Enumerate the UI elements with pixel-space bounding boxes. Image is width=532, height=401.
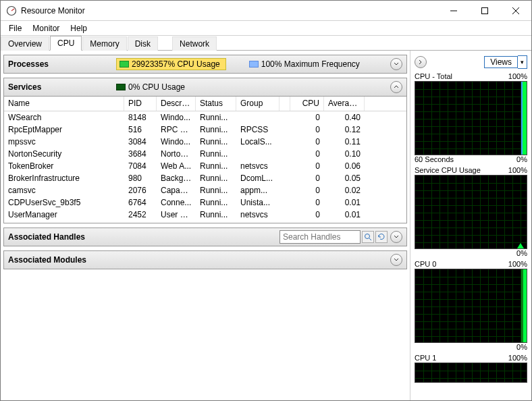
cell-average: 0.11 (324, 137, 365, 146)
max-frequency-stat: 100% Maximum Frequency (249, 59, 360, 69)
graph-top-label: 100% (508, 166, 527, 174)
cell-cpu: 0 (290, 161, 324, 171)
modules-expand-button[interactable] (390, 254, 402, 266)
maximize-button[interactable] (469, 1, 500, 21)
graph-title: CPU 0 (415, 260, 436, 268)
refresh-button[interactable] (375, 231, 388, 243)
app-icon (6, 5, 17, 16)
menu-help[interactable]: Help (65, 22, 92, 34)
titlebar: Resource Monitor (1, 1, 531, 21)
services-table: Name PID Descrip... Status Group CPU Ave… (3, 97, 407, 223)
search-icon (364, 233, 372, 241)
cell-pid: 3084 (124, 137, 157, 146)
search-handles-input[interactable] (280, 230, 361, 244)
right-pane-collapse-button[interactable] (415, 56, 427, 68)
tab-overview[interactable]: Overview (1, 36, 49, 51)
cell-average: 0.05 (324, 173, 365, 183)
table-row[interactable]: CDPUserSvc_9b3f56764Conne...Runni...Unis… (4, 196, 406, 209)
table-row[interactable]: TokenBroker7084Web A...Runni...netsvcs00… (4, 160, 406, 172)
cell-group: appm... (236, 186, 280, 195)
cell-description: Windo... (157, 137, 196, 146)
cell-name: camsvc (4, 186, 124, 195)
col-pid[interactable]: PID (124, 97, 157, 111)
processes-expand-button[interactable] (390, 58, 402, 70)
graph-title: Service CPU Usage (415, 166, 481, 174)
menubar: File Monitor Help (1, 21, 531, 36)
cell-name: BrokerInfrastructure (4, 173, 124, 183)
minimize-button[interactable] (438, 1, 469, 21)
processes-panel-header[interactable]: Processes 29923357% CPU Usage 100% Maxim… (3, 55, 407, 74)
graph-block: CPU - Total100%60 Seconds0% (415, 72, 527, 163)
cell-status: Runni... (196, 198, 236, 207)
tab-disk[interactable]: Disk (128, 36, 158, 51)
col-status[interactable]: Status (196, 97, 236, 111)
close-button[interactable] (500, 1, 531, 21)
cell-pid: 8148 (124, 113, 157, 122)
cell-group: DcomL... (236, 173, 280, 183)
graph-canvas (415, 81, 527, 155)
cell-average: 0.10 (324, 149, 365, 159)
graph-block: CPU 0100%0% (415, 260, 527, 351)
cell-name: WSearch (4, 113, 124, 122)
table-row[interactable]: WSearch8148Windo...Runni...00.40 (4, 111, 406, 124)
cell-pid: 516 (124, 125, 157, 134)
table-row[interactable]: BrokerInfrastructure980Backgr...Runni...… (4, 172, 406, 184)
tab-memory[interactable]: Memory (82, 36, 126, 51)
cell-name: NortonSecurity (4, 149, 124, 159)
cell-pid: 7084 (124, 161, 157, 171)
col-average[interactable]: Averag... (324, 97, 365, 111)
tab-cpu[interactable]: CPU (50, 36, 82, 51)
services-table-body[interactable]: WSearch8148Windo...Runni...00.40RpcEptMa… (4, 111, 406, 223)
cell-cpu: 0 (290, 173, 324, 183)
graph-title: CPU 1 (415, 354, 436, 362)
tab-network[interactable]: Network (172, 36, 217, 51)
cell-pid: 2452 (124, 210, 157, 219)
cell-status: Runni... (196, 113, 236, 122)
resource-monitor-window: Resource Monitor File Monitor Help Overv… (0, 0, 532, 401)
graph-bottom-right-label: 0% (516, 249, 527, 257)
services-collapse-button[interactable] (390, 81, 402, 93)
table-row[interactable]: camsvc2076Capabi...Runni...appm...00.02 (4, 184, 406, 196)
cell-cpu: 0 (290, 149, 324, 159)
cpu-usage-stat: 29923357% CPU Usage (116, 58, 226, 70)
cell-status: Runni... (196, 173, 236, 183)
col-name[interactable]: Name (4, 97, 124, 111)
handles-panel-header[interactable]: Associated Handles (3, 228, 407, 246)
modules-panel-header[interactable]: Associated Modules (3, 250, 407, 269)
cell-cpu: 0 (290, 113, 324, 122)
table-row[interactable]: UserManager2452User M...Runni...netsvcs0… (4, 209, 406, 221)
table-row[interactable]: RpcEptMapper516RPC En...Runni...RPCSS00.… (4, 124, 406, 136)
views-button[interactable]: Views (484, 56, 518, 68)
cell-description: Capabi... (157, 186, 196, 195)
modules-label: Associated Modules (8, 255, 86, 265)
cell-cpu: 0 (290, 125, 324, 134)
graph-canvas (415, 269, 527, 343)
cell-group: netsvcs (236, 161, 280, 171)
graphs-container: CPU - Total100%60 Seconds0%Service CPU U… (415, 72, 527, 385)
cell-pid: 6764 (124, 198, 157, 207)
cell-status: Runni... (196, 137, 236, 146)
services-panel-header[interactable]: Services 0% CPU Usage (3, 78, 407, 97)
col-cpu[interactable]: CPU (290, 97, 324, 111)
views-dropdown-button[interactable]: ▾ (518, 55, 527, 69)
graph-block: Service CPU Usage100%0% (415, 166, 527, 257)
graph-canvas (415, 175, 527, 249)
search-button[interactable] (362, 231, 374, 243)
darkgreen-swatch-icon (116, 84, 126, 90)
cell-average: 0.01 (324, 210, 365, 219)
cell-average: 0.06 (324, 161, 365, 171)
col-description[interactable]: Descrip... (157, 97, 196, 111)
cell-description: Conne... (157, 198, 196, 207)
table-row[interactable]: NortonSecurity3684Norton...Runni...00.10 (4, 148, 406, 160)
cell-average: 0.01 (324, 198, 365, 207)
col-group[interactable]: Group (236, 97, 280, 111)
handles-expand-button[interactable] (390, 231, 402, 243)
menu-file[interactable]: File (3, 22, 27, 34)
table-row[interactable]: mpssvc3084Windo...Runni...LocalS...00.11 (4, 136, 406, 148)
graph-block: CPU 1100% (415, 354, 527, 383)
cell-average: 0.40 (324, 113, 365, 122)
refresh-icon (377, 233, 385, 241)
cell-status: Runni... (196, 149, 236, 159)
svg-rect-3 (482, 7, 488, 14)
menu-monitor[interactable]: Monitor (27, 22, 65, 34)
